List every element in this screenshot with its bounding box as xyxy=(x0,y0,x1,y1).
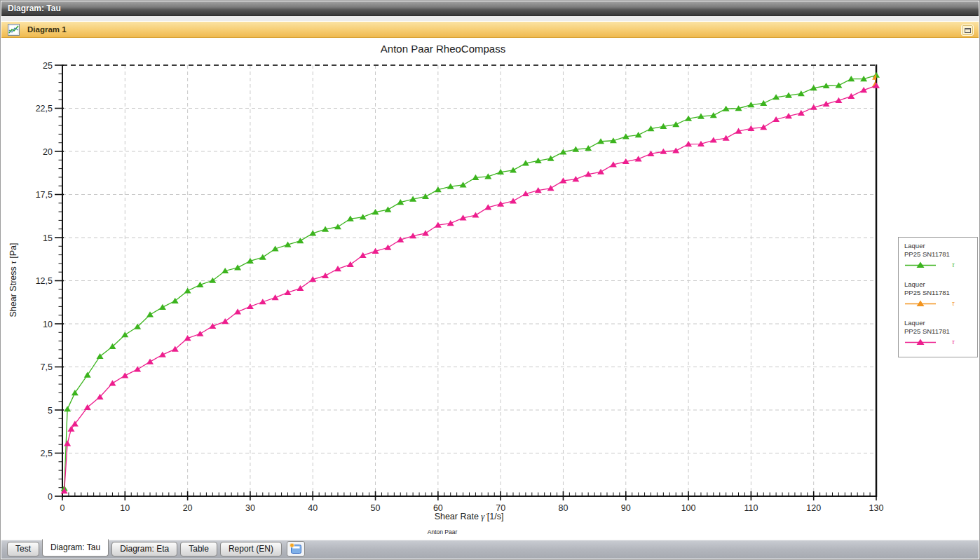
diagram-content xyxy=(1,39,979,541)
legend-entry-3[interactable]: Laquer PP25 SN11781 τ xyxy=(904,319,977,357)
chart-title: Anton Paar RheoCompass xyxy=(381,43,505,55)
new-window-icon xyxy=(290,543,302,554)
collapse-panel-button[interactable] xyxy=(961,25,974,36)
series-marker-icon xyxy=(904,300,937,307)
series-marker-icon xyxy=(904,261,937,268)
window-title-bar: Diagram: Tau xyxy=(1,1,979,16)
series-marker-icon xyxy=(904,339,937,346)
legend-symbol: τ xyxy=(952,299,955,307)
legend-entry-1[interactable]: Laquer PP25 SN11781 τ xyxy=(904,242,977,280)
anton-paar-watermark: Anton Paar xyxy=(428,528,458,535)
tab-report-en[interactable]: Report (EN) xyxy=(220,542,282,556)
bottom-tab-bar: Test Diagram: Tau Diagram: Eta Table Rep… xyxy=(1,540,979,559)
window-title: Diagram: Tau xyxy=(8,1,61,16)
y-axis-label: Shear Stress τ [Pa] xyxy=(8,224,19,336)
legend-symbol: τ xyxy=(952,338,955,346)
new-window-button[interactable] xyxy=(287,541,305,556)
tab-diagram-eta[interactable]: Diagram: Eta xyxy=(111,542,177,556)
tab-diagram-tau[interactable]: Diagram: Tau xyxy=(42,539,109,556)
panel-title: Diagram 1 xyxy=(27,22,67,38)
diagram-icon xyxy=(8,24,20,36)
legend-symbol: τ xyxy=(952,261,955,268)
titlebar-gap xyxy=(1,16,979,21)
chart-legend: Laquer PP25 SN11781 τ Laquer PP25 SN1178… xyxy=(898,237,978,357)
tab-table[interactable]: Table xyxy=(180,542,217,556)
tau-symbol: τ xyxy=(8,261,18,264)
tab-test[interactable]: Test xyxy=(7,542,39,556)
collapse-icon xyxy=(965,28,971,33)
diagram-panel-header[interactable]: Diagram 1 xyxy=(1,21,979,38)
x-axis-label: Shear Rate γ̇ [1/s] xyxy=(435,512,504,522)
app-window: Diagram: Tau Diagram 1 01020304050607080… xyxy=(0,0,980,560)
legend-entry-2[interactable]: Laquer PP25 SN11781 τ xyxy=(904,280,977,319)
